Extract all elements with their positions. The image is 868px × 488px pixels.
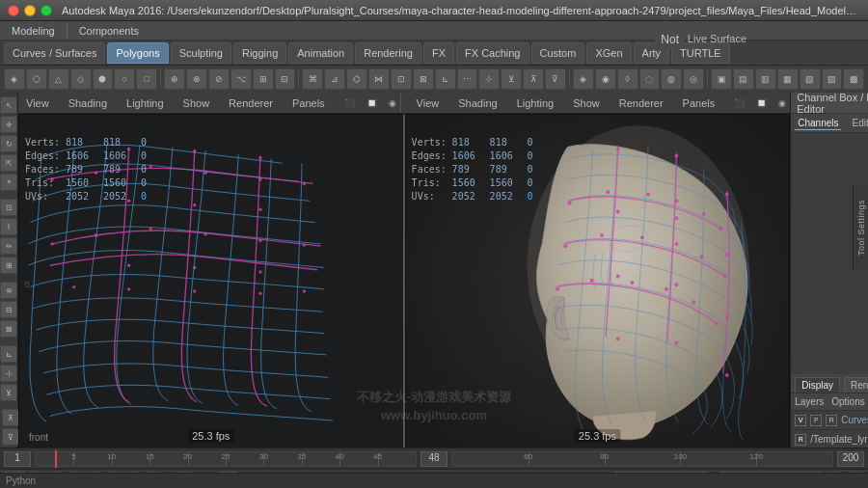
- toolbar-btn-37[interactable]: ▨: [822, 68, 843, 90]
- timeline-right-end[interactable]: 200: [837, 451, 864, 467]
- toolbar-btn-9[interactable]: ⊗: [186, 68, 207, 90]
- close-button[interactable]: [8, 5, 19, 16]
- tab-curves-surfaces[interactable]: Curves / Surfaces: [4, 42, 105, 64]
- timeline-track-right[interactable]: 60 80 100 120: [451, 451, 833, 467]
- tab-fx-caching[interactable]: FX Caching: [456, 42, 529, 64]
- vp-shading-right[interactable]: Shading: [454, 95, 501, 111]
- menu-components[interactable]: Components: [73, 23, 145, 39]
- toolbar-btn-5[interactable]: ⬢: [93, 68, 114, 90]
- minimize-button[interactable]: [24, 5, 36, 16]
- toolbar-btn-12[interactable]: ⊞: [253, 68, 274, 90]
- vp-show-right[interactable]: Show: [569, 95, 604, 111]
- timeline-start-field[interactable]: 1: [4, 451, 31, 467]
- toolbar-btn-21[interactable]: ⋯: [457, 68, 478, 90]
- toolbar-btn-36[interactable]: ▧: [800, 68, 821, 90]
- tool-measure[interactable]: ⊞: [0, 257, 17, 274]
- disp-tab-display[interactable]: Display: [795, 377, 840, 393]
- tool-soft-select[interactable]: ⊡: [0, 199, 17, 216]
- vp-icon-1[interactable]: ⬛: [344, 98, 355, 108]
- tool-paint[interactable]: ✏: [0, 237, 17, 255]
- disp-tab-render[interactable]: Render: [844, 377, 868, 393]
- window-controls[interactable]: [8, 5, 52, 16]
- toolbar-btn-22[interactable]: ⊹: [478, 68, 500, 90]
- tab-xgen[interactable]: XGen: [586, 42, 631, 64]
- tool-move[interactable]: ✛: [0, 116, 17, 133]
- layer-type-curves[interactable]: P: [810, 415, 822, 426]
- tool-layout[interactable]: ⊼: [2, 409, 19, 426]
- toolbar-btn-30[interactable]: ◍: [661, 68, 682, 90]
- tool-settings-tab[interactable]: Tool Settings: [853, 184, 868, 271]
- layer-vis-curves[interactable]: V: [795, 415, 806, 426]
- timeline-playhead[interactable]: [55, 450, 57, 468]
- tool-sketch[interactable]: ≋: [0, 282, 17, 299]
- toolbar-btn-24[interactable]: ⊼: [523, 68, 544, 90]
- toolbar-btn-38[interactable]: ▩: [843, 68, 864, 90]
- vp-renderer-right[interactable]: Renderer: [615, 95, 667, 111]
- vp-renderer-left[interactable]: Renderer: [225, 95, 277, 111]
- toolbar-btn-19[interactable]: ⊠: [413, 68, 434, 90]
- tab-rendering[interactable]: Rendering: [355, 42, 421, 64]
- tool-rotate[interactable]: ↻: [0, 135, 17, 152]
- tool-cut[interactable]: ⊟: [0, 301, 17, 318]
- toolbar-btn-10[interactable]: ⊘: [208, 68, 230, 90]
- vp-shading-left[interactable]: Shading: [65, 95, 111, 111]
- tab-rigging[interactable]: Rigging: [233, 42, 286, 64]
- layers-label[interactable]: Layers: [795, 396, 824, 407]
- tab-animation[interactable]: Animation: [288, 42, 353, 64]
- toolbar-btn-16[interactable]: ⌬: [346, 68, 367, 90]
- toolbar-btn-6[interactable]: ○: [114, 68, 135, 90]
- vp-icon-r1[interactable]: ⬛: [734, 98, 745, 108]
- toolbar-btn-14[interactable]: ⌘: [302, 68, 323, 90]
- toolbar-btn-20[interactable]: ⊾: [435, 68, 456, 90]
- vp-panels-left[interactable]: Panels: [288, 95, 329, 111]
- tool-snap[interactable]: ⊽: [2, 428, 19, 446]
- toolbar-btn-26[interactable]: ◈: [573, 68, 594, 90]
- tool-deform[interactable]: ⊠: [0, 320, 17, 338]
- toolbar-btn-27[interactable]: ◉: [595, 68, 616, 90]
- vp-lighting-right[interactable]: Lighting: [513, 95, 558, 111]
- toolbar-btn-32[interactable]: ▣: [711, 68, 732, 90]
- layer-curves[interactable]: V P R Curves_lyr: [791, 411, 868, 430]
- toolbar-btn-4[interactable]: ◇: [70, 68, 92, 90]
- toolbar-btn-11[interactable]: ⌥: [231, 68, 252, 90]
- layer-render-curves[interactable]: R: [826, 415, 837, 426]
- vp-lighting-left[interactable]: Lighting: [122, 95, 168, 111]
- toolbar-btn-7[interactable]: □: [136, 68, 157, 90]
- vp-view-right[interactable]: View: [413, 95, 444, 111]
- toolbar-btn-17[interactable]: ⋈: [368, 68, 390, 90]
- toolbar-btn-29[interactable]: ◌: [639, 68, 661, 90]
- ch-tab-channels[interactable]: Channels: [795, 117, 841, 130]
- layer-vis-template[interactable]: R: [795, 434, 806, 446]
- tab-fx[interactable]: FX: [423, 42, 454, 64]
- toolbar-btn-15[interactable]: ⊿: [324, 68, 345, 90]
- tab-sculpting[interactable]: Sculpting: [171, 42, 231, 64]
- toolbar-btn-31[interactable]: ◎: [683, 68, 704, 90]
- vp-view-left[interactable]: View: [22, 95, 53, 111]
- toolbar-btn-18[interactable]: ⊡: [391, 68, 412, 90]
- tool-pin[interactable]: ⊹: [0, 365, 17, 382]
- layer-template[interactable]: R /Template_lyr: [791, 430, 868, 449]
- toolbar-btn-2[interactable]: ⬡: [26, 68, 47, 90]
- menu-modeling[interactable]: Modeling: [6, 23, 61, 39]
- viewport-right[interactable]: Verts: 818 818 0 Edges: 1606 1606 0: [405, 114, 791, 449]
- toolbar-btn-3[interactable]: △: [48, 68, 69, 90]
- viewport-left[interactable]: 0: [18, 114, 405, 449]
- vp-panels-right[interactable]: Panels: [679, 95, 719, 111]
- tool-crease[interactable]: ⊾: [0, 345, 17, 363]
- timeline-track[interactable]: 5 10 15 20 25 30 35 40 4: [35, 451, 417, 467]
- tool-lasso[interactable]: ⌇: [0, 218, 17, 235]
- toolbar-btn-33[interactable]: ▤: [733, 68, 754, 90]
- tab-polygons[interactable]: Polygons: [107, 42, 168, 64]
- toolbar-btn-1[interactable]: ◈: [4, 68, 25, 90]
- timeline-end-field[interactable]: 48: [420, 451, 448, 467]
- tool-transform[interactable]: ⌖: [0, 174, 17, 191]
- toolbar-btn-23[interactable]: ⊻: [501, 68, 522, 90]
- toolbar-btn-25[interactable]: ⊽: [545, 68, 566, 90]
- tool-relax[interactable]: ⊻: [0, 384, 17, 401]
- vp-icon-r2[interactable]: 🔲: [756, 98, 767, 108]
- vp-icon-3[interactable]: ◉: [389, 98, 396, 108]
- timeline[interactable]: 1 5 10 15 20 25 30 35: [0, 448, 868, 470]
- tool-scale[interactable]: ⇱: [0, 154, 17, 172]
- toolbar-btn-34[interactable]: ▥: [755, 68, 776, 90]
- tool-select[interactable]: ↖: [0, 96, 17, 114]
